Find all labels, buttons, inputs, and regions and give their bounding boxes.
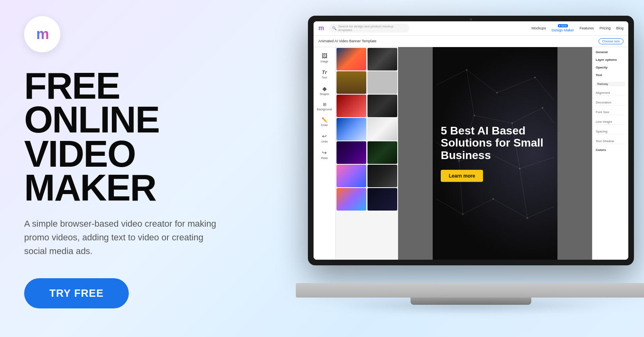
laptop-mockup: m 🔍 Search for design and product mockup… — [286, 0, 644, 337]
svg-line-3 — [535, 77, 554, 100]
svg-line-6 — [512, 108, 542, 123]
prop-general: General — [596, 50, 625, 54]
media-thumb-14[interactable] — [367, 188, 397, 211]
tool-undo[interactable]: ↩ Undo — [314, 130, 335, 145]
app-search-bar[interactable]: 🔍 Search for design and product mockup t… — [329, 24, 409, 33]
choose-size-button[interactable]: Choose size — [599, 38, 623, 44]
tool-image[interactable]: 🖼 Image — [314, 50, 335, 65]
media-thumb-13[interactable] — [336, 188, 366, 211]
app-nav-items: Mockups ● NEW Design Maker Features Pric… — [531, 24, 623, 32]
camera-dot — [470, 18, 472, 21]
prop-opacity: Opacity — [596, 66, 625, 69]
app-main-area: 🖼 Image Tr Text ◆ Shapes — [314, 47, 628, 260]
tool-text[interactable]: Tr Text — [314, 67, 335, 81]
svg-point-23 — [473, 114, 475, 116]
tool-draw[interactable]: ✏️ Draw — [314, 115, 335, 129]
svg-line-0 — [436, 70, 466, 85]
media-thumb-11[interactable] — [336, 165, 366, 187]
banner-learn-more[interactable]: Learn more — [441, 170, 483, 182]
new-badge: ● NEW — [558, 24, 568, 27]
laptop-screen: m 🔍 Search for design and product mockup… — [314, 21, 628, 260]
media-thumb-2[interactable] — [367, 48, 397, 70]
svg-point-21 — [496, 92, 498, 93]
prop-text: Text — [596, 73, 625, 77]
toolbar-title: Animated AI Video Banner Template — [318, 39, 376, 43]
main-headline: FREE ONLINE VIDEO MAKER — [24, 69, 258, 205]
logo[interactable]: m — [24, 16, 60, 52]
svg-line-16 — [493, 199, 527, 218]
prop-spacing: Spacing — [596, 129, 625, 134]
app-ui: m 🔍 Search for design and product mockup… — [314, 21, 628, 260]
banner-content: 5 Best AI Based Solutions for Small Busi… — [441, 124, 549, 182]
media-panel — [336, 47, 398, 260]
svg-point-24 — [512, 122, 513, 124]
laptop-reflection — [328, 298, 614, 314]
nav-pricing[interactable]: Pricing — [599, 26, 611, 30]
tools-sidebar: 🖼 Image Tr Text ◆ Shapes — [314, 47, 336, 260]
svg-point-31 — [526, 217, 528, 219]
svg-line-5 — [474, 115, 512, 123]
prop-colors: Colors — [596, 148, 625, 152]
media-thumb-4[interactable] — [367, 71, 397, 94]
nav-mockups[interactable]: Mockups — [531, 26, 546, 30]
logo-text: m — [36, 26, 48, 43]
subheadline: A simple browser-based video creator for… — [24, 217, 217, 258]
svg-line-4 — [466, 70, 474, 115]
tool-shapes[interactable]: ◆ Shapes — [314, 83, 335, 98]
svg-line-14 — [436, 199, 463, 214]
properties-panel: General Layer options Opacity Text Ralew… — [592, 47, 628, 260]
media-thumb-3[interactable] — [336, 71, 366, 94]
media-thumb-7[interactable] — [336, 118, 366, 141]
svg-line-2 — [497, 77, 535, 93]
try-free-button[interactable]: TRY FREE — [24, 278, 129, 308]
media-thumb-5[interactable] — [336, 95, 366, 117]
laptop-screen-bezel: m 🔍 Search for design and product mockup… — [308, 16, 634, 265]
search-placeholder: Search for design and product mockup tem… — [338, 25, 406, 32]
media-thumb-8[interactable] — [367, 118, 397, 141]
media-thumb-6[interactable] — [367, 95, 397, 117]
left-panel: m FREE ONLINE VIDEO MAKER A simple brows… — [0, 0, 282, 337]
svg-line-1 — [466, 70, 497, 93]
laptop-wrapper: m 🔍 Search for design and product mockup… — [296, 16, 644, 322]
banner-canvas[interactable]: 5 Best AI Based Solutions for Small Busi… — [433, 47, 557, 260]
app-navbar: m 🔍 Search for design and product mockup… — [314, 21, 628, 36]
prop-line-height: Line Height — [596, 119, 625, 125]
nav-features[interactable]: Features — [580, 26, 594, 30]
prop-alignment: Alignment — [596, 90, 625, 96]
svg-point-29 — [462, 213, 464, 215]
svg-line-7 — [543, 108, 554, 123]
media-thumb-9[interactable] — [336, 141, 366, 164]
app-logo: m — [318, 25, 324, 32]
svg-line-17 — [527, 207, 554, 218]
prop-decoration: Decoration — [596, 100, 625, 105]
tool-redo[interactable]: ↪ Redo — [314, 147, 335, 162]
canvas-area: 5 Best AI Based Solutions for Small Busi… — [398, 47, 592, 260]
prop-layer-options: Layer options — [596, 58, 625, 62]
nav-blog[interactable]: Blog — [616, 26, 623, 30]
media-thumb-10[interactable] — [367, 141, 397, 164]
tool-background[interactable]: ⊞ Background — [314, 99, 335, 113]
svg-point-25 — [542, 107, 543, 108]
prop-font-value[interactable]: Raleway — [596, 82, 625, 86]
media-thumb-12[interactable] — [367, 165, 397, 187]
svg-line-15 — [463, 199, 493, 214]
prop-font-size: Font Size — [596, 110, 625, 115]
app-toolbar: Animated AI Video Banner Template Choose… — [314, 36, 628, 47]
svg-point-22 — [534, 76, 536, 78]
prop-text-shadow: Text Shadow — [596, 139, 625, 144]
nav-design-maker[interactable]: Design Maker — [551, 28, 574, 32]
media-thumb-1[interactable] — [336, 48, 366, 70]
svg-point-20 — [466, 69, 467, 70]
laptop-base — [296, 283, 644, 298]
banner-headline-text: 5 Best AI Based Solutions for Small Busi… — [441, 124, 549, 161]
svg-point-30 — [492, 198, 494, 200]
